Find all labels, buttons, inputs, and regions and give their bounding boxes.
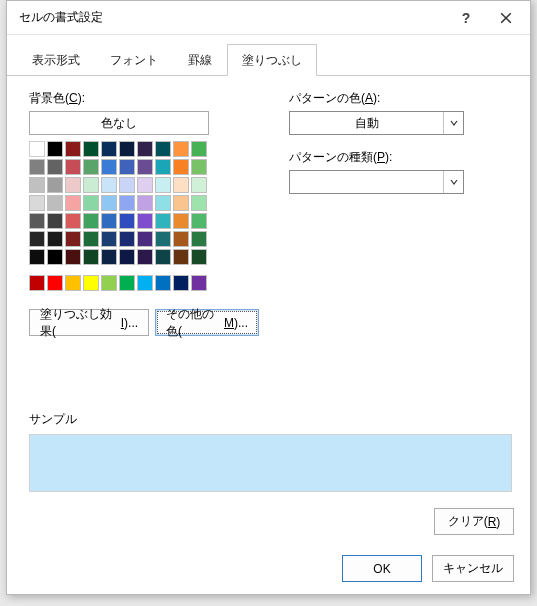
tab-fill[interactable]: 塗りつぶし [227, 44, 317, 76]
color-swatch[interactable] [101, 275, 117, 291]
color-swatch[interactable] [65, 275, 81, 291]
color-swatch[interactable] [101, 141, 117, 157]
tab-border[interactable]: 罫線 [173, 44, 227, 76]
chevron-down-icon [443, 112, 463, 134]
color-swatch[interactable] [173, 177, 189, 193]
color-swatch[interactable] [47, 141, 63, 157]
color-swatch[interactable] [29, 231, 45, 247]
help-button[interactable]: ? [446, 3, 486, 33]
color-swatch[interactable] [173, 195, 189, 211]
color-swatch[interactable] [137, 159, 153, 175]
more-colors-button[interactable]: その他の色(M)... [155, 309, 259, 336]
color-swatch[interactable] [191, 231, 207, 247]
color-swatch[interactable] [29, 195, 45, 211]
color-swatch[interactable] [119, 195, 135, 211]
color-swatch[interactable] [155, 159, 171, 175]
color-swatch[interactable] [101, 231, 117, 247]
color-swatch[interactable] [173, 213, 189, 229]
color-swatch[interactable] [119, 213, 135, 229]
color-swatch[interactable] [29, 159, 45, 175]
color-swatch[interactable] [173, 275, 189, 291]
color-swatch[interactable] [83, 141, 99, 157]
color-swatch[interactable] [65, 141, 81, 157]
color-swatch[interactable] [65, 177, 81, 193]
color-swatch[interactable] [101, 249, 117, 265]
color-swatch[interactable] [119, 177, 135, 193]
color-swatch[interactable] [191, 249, 207, 265]
titlebar: セルの書式設定 ? [7, 1, 530, 35]
color-swatch[interactable] [47, 275, 63, 291]
color-swatch[interactable] [191, 141, 207, 157]
color-swatch[interactable] [47, 177, 63, 193]
color-swatch[interactable] [155, 195, 171, 211]
cancel-button[interactable]: キャンセル [432, 555, 514, 582]
close-button[interactable] [486, 3, 526, 33]
color-swatch[interactable] [191, 195, 207, 211]
color-swatch[interactable] [65, 231, 81, 247]
pattern-color-combo[interactable]: 自動 [289, 111, 464, 135]
color-swatch[interactable] [65, 249, 81, 265]
color-swatch[interactable] [119, 249, 135, 265]
color-swatch[interactable] [137, 231, 153, 247]
color-swatch[interactable] [83, 213, 99, 229]
color-swatch[interactable] [47, 159, 63, 175]
color-swatch[interactable] [101, 213, 117, 229]
color-swatch[interactable] [191, 159, 207, 175]
close-icon [500, 12, 512, 24]
color-swatch[interactable] [137, 249, 153, 265]
color-swatch[interactable] [137, 177, 153, 193]
color-swatch[interactable] [119, 159, 135, 175]
ok-button[interactable]: OK [342, 555, 422, 582]
color-swatch[interactable] [155, 177, 171, 193]
color-swatch[interactable] [83, 177, 99, 193]
color-swatch[interactable] [83, 249, 99, 265]
color-swatch[interactable] [155, 249, 171, 265]
color-swatch[interactable] [65, 159, 81, 175]
color-swatch[interactable] [29, 275, 45, 291]
color-swatch[interactable] [101, 177, 117, 193]
color-swatch[interactable] [101, 195, 117, 211]
bgcolor-label: 背景色(C): [29, 90, 259, 107]
color-swatch[interactable] [29, 213, 45, 229]
color-swatch[interactable] [29, 249, 45, 265]
color-swatch[interactable] [173, 231, 189, 247]
color-swatch[interactable] [83, 275, 99, 291]
color-swatch[interactable] [83, 231, 99, 247]
color-swatch[interactable] [119, 141, 135, 157]
clear-button[interactable]: クリア(R) [434, 508, 514, 535]
no-color-button[interactable]: 色なし [29, 111, 209, 135]
color-swatch[interactable] [65, 195, 81, 211]
color-swatch[interactable] [155, 275, 171, 291]
tab-font[interactable]: フォント [95, 44, 173, 76]
color-swatch[interactable] [29, 177, 45, 193]
tab-bar: 表示形式 フォント 罫線 塗りつぶし [7, 35, 530, 76]
color-swatch[interactable] [155, 231, 171, 247]
color-swatch[interactable] [191, 275, 207, 291]
color-swatch[interactable] [47, 231, 63, 247]
color-swatch[interactable] [101, 159, 117, 175]
color-swatch[interactable] [173, 141, 189, 157]
color-swatch[interactable] [137, 275, 153, 291]
color-swatch[interactable] [191, 213, 207, 229]
pattern-type-combo[interactable] [289, 170, 464, 194]
color-swatch[interactable] [65, 213, 81, 229]
color-swatch[interactable] [155, 213, 171, 229]
color-swatch[interactable] [173, 249, 189, 265]
color-swatch[interactable] [47, 195, 63, 211]
color-swatch[interactable] [137, 141, 153, 157]
color-swatch[interactable] [83, 195, 99, 211]
color-swatch[interactable] [173, 159, 189, 175]
fill-effects-button[interactable]: 塗りつぶし効果(I)... [29, 309, 149, 336]
color-swatch[interactable] [47, 213, 63, 229]
color-swatch[interactable] [137, 195, 153, 211]
tab-number-format[interactable]: 表示形式 [17, 44, 95, 76]
color-swatch[interactable] [29, 141, 45, 157]
color-swatch[interactable] [191, 177, 207, 193]
dialog-title: セルの書式設定 [19, 9, 446, 26]
color-swatch[interactable] [119, 275, 135, 291]
color-swatch[interactable] [137, 213, 153, 229]
color-swatch[interactable] [83, 159, 99, 175]
color-swatch[interactable] [155, 141, 171, 157]
color-swatch[interactable] [119, 231, 135, 247]
color-swatch[interactable] [47, 249, 63, 265]
